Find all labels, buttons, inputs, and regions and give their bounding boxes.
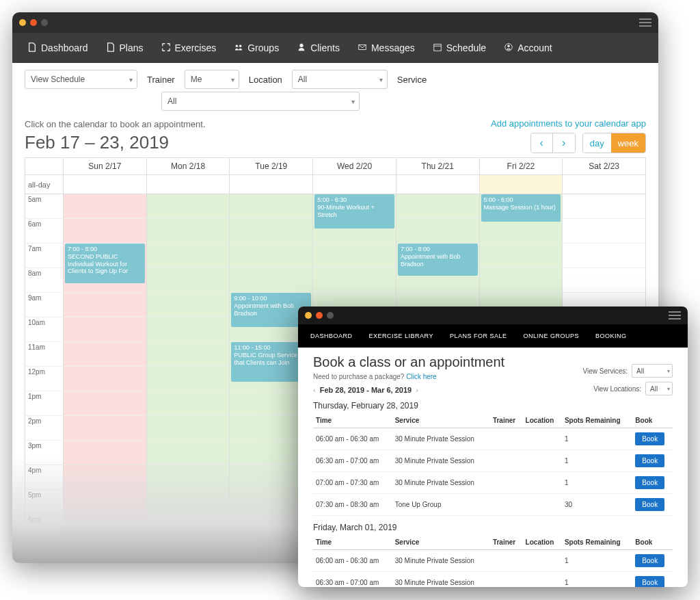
book-button[interactable]: Book [635,476,664,489]
nav-exercises[interactable]: Exercises [161,42,217,54]
allday-label: all-day [25,175,64,194]
booking-hint: Click on the calendar to book an appoint… [25,119,206,129]
time-label: 11am [25,342,63,367]
client-nav-dashboard[interactable]: DASHBOARD [310,332,353,339]
time-label: 6pm [25,514,63,539]
svg-rect-4 [434,44,442,51]
allday-cell[interactable] [147,175,230,194]
time-label: 8am [25,268,63,293]
calendar-event[interactable]: 5:00 - 6:3090-Minute Workout + Stretch [314,194,394,229]
location-label: Location [249,75,282,85]
week-view-button[interactable]: week [611,133,645,153]
cell-time: 06:00 am - 06:30 am [313,550,392,572]
nav-plans[interactable]: Plans [106,42,144,54]
cell-time: 06:30 am - 07:00 am [313,450,392,472]
cell-spots: 30 [562,494,632,516]
nav-dashboard[interactable]: Dashboard [27,42,88,54]
window-controls[interactable] [19,19,48,26]
window-controls-front[interactable] [305,312,334,319]
calendar-event[interactable]: 7:00 - 8:00Appointment with Bob Bradson [398,244,478,276]
trainer-select[interactable]: Me [185,70,239,89]
day-column[interactable]: 7:00 - 8:00SECOND PUBLIC Individual Work… [64,194,147,536]
allday-cell[interactable] [313,175,396,194]
calendar-event[interactable]: 7:00 - 8:00SECOND PUBLIC Individual Work… [65,244,145,283]
nav-clients[interactable]: Clients [297,42,340,54]
allday-cell[interactable] [64,175,147,194]
service-label: Service [397,75,427,85]
book-button[interactable]: Book [635,454,664,467]
table-row: 07:30 am - 08:30 am Tone Up Group 30 Boo… [313,494,673,516]
day-week-toggle: day week [582,133,646,153]
allday-cell[interactable] [480,175,563,194]
service-select[interactable]: All [161,92,360,111]
table-header: Book [632,535,673,550]
view-services-label: View Services: [583,367,628,375]
allday-cell[interactable] [396,175,480,194]
book-button[interactable]: Book [635,554,664,567]
schedule-filters: View Schedule Trainer Me Location All Se… [25,70,646,89]
cell-location [523,550,562,572]
day-column[interactable] [147,194,230,536]
svg-point-6 [507,44,510,47]
cell-service: 30 Minute Private Session [392,450,490,472]
table-row: 06:30 am - 07:00 am 30 Minute Private Se… [313,572,673,588]
booking-table: TimeServiceTrainerLocationSpots Remainin… [313,413,673,516]
view-locations-select[interactable]: All [645,382,673,395]
expand-icon [161,42,171,54]
prev-range-button[interactable]: ‹ [313,386,316,394]
calendar-icon [433,42,442,54]
table-row: 07:00 am - 07:30 am 30 Minute Private Se… [313,472,673,494]
nav-groups[interactable]: Groups [234,42,279,54]
view-schedule-select[interactable]: View Schedule [25,70,137,89]
location-select[interactable]: All [292,70,388,89]
table-header: Spots Remaining [562,413,632,428]
cell-service: 30 Minute Private Session [392,550,490,572]
book-button[interactable]: Book [635,432,664,445]
nav-account[interactable]: Account [504,42,552,54]
time-label: 4pm [25,465,63,490]
cell-location [523,428,562,450]
client-nav-exercise-library[interactable]: EXERCISE LIBRARY [369,332,433,339]
cell-time: 07:30 am - 08:30 am [313,494,392,516]
day-header: Mon 2/18 [147,158,230,174]
client-nav-plans-for-sale[interactable]: PLANS FOR SALE [450,332,507,339]
time-label: 3pm [25,441,63,465]
day-view-button[interactable]: day [583,133,611,153]
calendar-event[interactable]: 5:00 - 6:00Massage Session (1 hour) [481,194,561,222]
svg-point-1 [239,44,242,47]
book-button[interactable]: Book [635,498,664,511]
window-title-bar [12,12,658,33]
cell-spots: 1 [562,472,632,494]
allday-cell[interactable] [230,175,313,194]
cell-trainer [490,572,523,588]
table-header: Time [313,535,392,550]
cell-service: 30 Minute Private Session [392,572,490,588]
purchase-package-link[interactable]: Click here [406,373,436,380]
client-nav-online-groups[interactable]: ONLINE GROUPS [523,332,579,339]
client-nav: DASHBOARDEXERCISE LIBRARYPLANS FOR SALEO… [298,324,688,348]
svg-point-2 [300,43,304,47]
cell-spots: 1 [562,450,632,472]
nav-schedule[interactable]: Schedule [433,42,486,54]
client-nav-booking[interactable]: BOOKING [595,332,627,339]
menu-icon-front[interactable] [669,311,681,319]
allday-cell[interactable] [563,175,645,194]
week-nav-arrows: ‹ › [530,133,576,153]
time-label: 9am [25,293,63,317]
menu-icon[interactable] [639,18,651,27]
cell-service: Tone Up Group [392,494,490,516]
book-button[interactable]: Book [635,576,664,587]
time-label: 5am [25,194,63,219]
nav-messages[interactable]: Messages [358,42,415,54]
next-week-button[interactable]: › [553,133,575,153]
time-label: 7am [25,244,63,268]
svg-point-0 [236,44,239,47]
table-row: 06:00 am - 06:30 am 30 Minute Private Se… [313,428,673,450]
next-range-button[interactable]: › [416,386,418,394]
view-services-select[interactable]: All [632,364,673,378]
table-header: Location [523,535,562,550]
table-header: Service [392,413,490,428]
add-to-calendar-link[interactable]: Add appointments to your calendar app [491,118,646,129]
prev-week-button[interactable]: ‹ [531,133,553,153]
cell-location [523,472,562,494]
